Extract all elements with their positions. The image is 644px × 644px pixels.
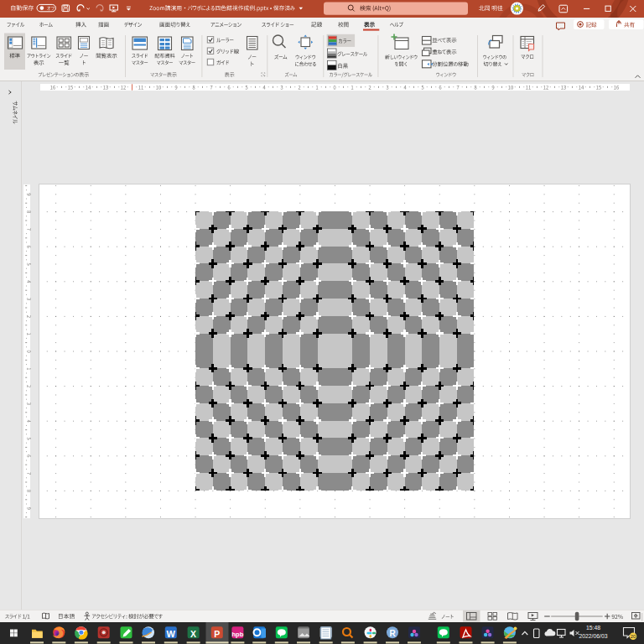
svg-text:X: X [190,629,196,639]
svg-text:R: R [389,629,396,638]
svg-text:P: P [214,629,220,639]
svg-text:20: 20 [631,634,636,639]
svg-text:hpb: hpb [232,631,244,638]
svg-text:15:48: 15:48 [586,625,600,631]
svg-text:W: W [167,629,176,639]
svg-text:2022/06/03: 2022/06/03 [579,633,607,639]
